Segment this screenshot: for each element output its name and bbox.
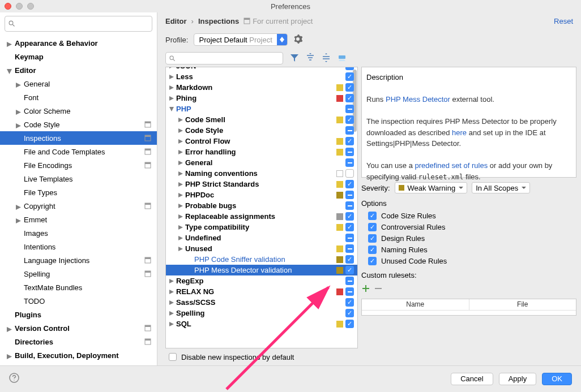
reset-link[interactable]: Reset [554,17,573,25]
sidebar-item-build-execution-deployment[interactable]: Build, Execution, Deployment [0,348,157,362]
option-checkbox[interactable] [368,212,377,220]
option-checkbox[interactable] [368,234,377,243]
inspection-naming-conventions[interactable]: Naming conventions [166,168,357,179]
inspection-checkbox[interactable] [345,191,354,199]
sidebar-search-input[interactable] [18,20,148,28]
phpmd-link[interactable]: PHP Mess Detector [386,95,450,104]
inspection-checkbox[interactable] [345,223,354,231]
sidebar-item-intentions[interactable]: Intentions [0,240,157,253]
sidebar-item-file-and-code-templates[interactable]: File and Code Templates [0,145,157,158]
sidebar-item-plugins[interactable]: Plugins [0,308,157,321]
inspection-php-code-sniffer-validation[interactable]: PHP Code Sniffer validation [166,254,357,265]
cancel-button[interactable]: Cancel [451,373,493,385]
scope-select[interactable]: In All Scopes [472,182,530,193]
sidebar-item-file-encodings[interactable]: File Encodings [0,158,157,172]
sidebar-item-version-control[interactable]: Version Control [0,321,157,335]
rulesets-table[interactable]: Name File [361,299,576,316]
inspection-less[interactable]: Less [166,71,357,82]
inspection-error-handling[interactable]: Error handling [166,147,357,157]
inspection-checkbox[interactable] [345,320,354,328]
inspection-checkbox[interactable] [345,201,354,210]
inspection-checkbox[interactable] [345,105,354,113]
inspection-checkbox[interactable] [345,287,354,296]
apply-button[interactable]: Apply [499,373,537,385]
inspection-php-strict-standards[interactable]: PHP Strict Standards [166,179,357,189]
inspection-checkbox[interactable] [345,244,354,253]
inspection-sass-scss[interactable]: Sass/SCSS [166,297,357,308]
sidebar-item-general[interactable]: General [0,77,157,91]
inspection-relax-ng[interactable]: RELAX NG [166,286,357,297]
sidebar-item-directories[interactable]: Directories [0,335,157,348]
sidebar-item-appearance-behavior[interactable]: Appearance & Behavior [0,36,157,50]
inspection-checkbox[interactable] [345,126,354,135]
inspection-php[interactable]: PHP [166,104,357,114]
sidebar-item-spelling[interactable]: Spelling [0,267,157,281]
inspections-search[interactable] [165,52,283,64]
here-link[interactable]: here [452,128,467,137]
option-checkbox[interactable] [368,245,377,254]
inspection-phing[interactable]: Phing [166,93,357,104]
sidebar-item-inspections[interactable]: Inspections [0,131,157,145]
sidebar-search[interactable] [5,16,152,32]
sidebar-item-images[interactable]: Images [0,226,157,240]
help-button[interactable] [9,373,19,385]
sidebar-item-languages-frameworks[interactable]: Languages & Frameworks [0,362,157,365]
inspection-checkbox[interactable] [345,298,354,307]
option-code-size-rules[interactable]: Code Size Rules [361,210,576,221]
inspection-sql[interactable]: SQL [166,318,357,329]
filter-button[interactable] [290,53,299,64]
inspection-type-compatibility[interactable]: Type compatibility [166,222,357,232]
option-checkbox[interactable] [368,223,377,231]
inspection-markdown[interactable]: Markdown [166,82,357,93]
sidebar-item-textmate-bundles[interactable]: TextMate Bundles [0,281,157,294]
inspection-checkbox[interactable] [345,137,354,145]
profile-select[interactable]: Project Default Project [194,33,287,46]
add-ruleset-button[interactable] [362,285,369,294]
inspection-general[interactable]: General [166,157,357,168]
profile-gear-button[interactable] [293,35,302,45]
inspection-php-mess-detector-validation[interactable]: PHP Mess Detector validation [166,265,357,275]
inspection-checkbox[interactable] [345,266,354,274]
inspection-control-flow[interactable]: Control Flow [166,136,357,147]
inspection-checkbox[interactable] [345,83,354,92]
inspection-replaceable-assignments[interactable]: Replaceable assignments [166,211,357,222]
rules-link[interactable]: predefined set of rules [415,161,488,170]
option-design-rules[interactable]: Design Rules [361,232,576,244]
inspection-spelling[interactable]: Spelling [166,308,357,318]
inspection-checkbox[interactable] [345,148,354,156]
inspection-unused[interactable]: Unused [166,243,357,254]
sidebar-item-keymap[interactable]: Keymap [0,50,157,63]
sidebar-item-emmet[interactable]: Emmet [0,213,157,226]
inspections-tree[interactable]: JSONLessMarkdownPhingPHPCode SmellCode S… [165,67,358,348]
inspection-checkbox[interactable] [345,255,354,264]
option-checkbox[interactable] [368,257,377,265]
inspection-probable-bugs[interactable]: Probable bugs [166,200,357,211]
inspection-checkbox[interactable] [345,158,354,167]
inspection-checkbox[interactable] [345,234,354,242]
inspection-code-style[interactable]: Code Style [166,125,357,136]
inspection-checkbox[interactable] [345,180,354,188]
inspections-search-input[interactable] [178,54,279,62]
collapse-all-button[interactable] [322,53,331,64]
sidebar-item-font[interactable]: Font [0,91,157,104]
sidebar-item-file-types[interactable]: File Types [0,186,157,199]
inspection-checkbox[interactable] [345,94,354,102]
option-unused-code-rules[interactable]: Unused Code Rules [361,255,576,266]
remove-ruleset-button[interactable] [375,285,382,294]
sidebar-item-todo[interactable]: TODO [0,294,157,308]
sidebar-item-editor[interactable]: Editor [0,63,157,77]
inspection-undefined[interactable]: Undefined [166,232,357,243]
inspection-checkbox[interactable] [345,309,354,317]
inspection-checkbox[interactable] [345,169,354,178]
sidebar-item-color-scheme[interactable]: Color Scheme [0,104,157,118]
sidebar-item-copyright[interactable]: Copyright [0,199,157,213]
inspection-phpdoc[interactable]: PHPDoc [166,189,357,200]
disable-checkbox[interactable] [169,353,177,361]
ok-button[interactable]: OK [542,373,572,385]
reset-profile-button[interactable] [338,53,347,64]
sidebar-item-live-templates[interactable]: Live Templates [0,172,157,186]
inspection-checkbox[interactable] [345,67,354,70]
inspection-json[interactable]: JSON [166,67,357,71]
sidebar-item-language-injections[interactable]: Language Injections [0,253,157,267]
inspection-checkbox[interactable] [345,277,354,285]
